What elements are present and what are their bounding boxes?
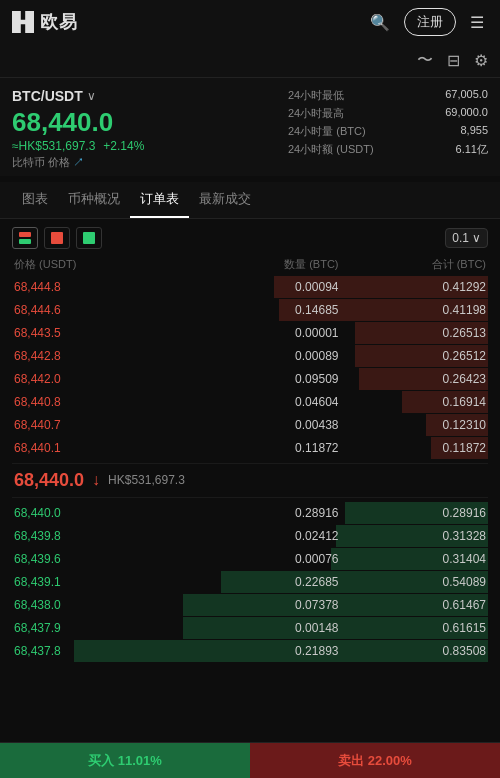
view-both-icon — [18, 231, 32, 245]
ask-row[interactable]: 68,440.1 0.11872 0.11872 — [12, 437, 488, 459]
sub-header: 〜 ⊟ ⚙ — [0, 44, 500, 78]
sell-label: 卖出 22.00% — [338, 752, 412, 770]
ask-total: 0.26423 — [339, 372, 487, 386]
view-icons — [12, 227, 102, 249]
ask-qty: 0.14685 — [191, 303, 339, 317]
ask-row[interactable]: 68,444.6 0.14685 0.41198 — [12, 299, 488, 321]
ask-qty: 0.09509 — [191, 372, 339, 386]
col-price-header: 价格 (USDT) — [14, 257, 191, 272]
mid-hk-price: HK$531,697.3 — [108, 473, 185, 487]
stat-vol-btc-label: 24小时量 (BTC) — [288, 124, 366, 139]
bid-price: 68,439.1 — [14, 575, 191, 589]
market-left: BTC/USDT ∨ 68,440.0 ≈HK$531,697.3 +2.14%… — [12, 88, 288, 170]
view-buy-button[interactable] — [76, 227, 102, 249]
bid-price: 68,440.0 — [14, 506, 191, 520]
bid-row[interactable]: 68,440.0 0.28916 0.28916 — [12, 502, 488, 524]
bid-price: 68,437.9 — [14, 621, 191, 635]
header-actions: 🔍 注册 ☰ — [366, 8, 488, 36]
stat-vol-usdt-label: 24小时额 (USDT) — [288, 142, 374, 157]
pair-row: BTC/USDT ∨ — [12, 88, 288, 104]
sell-button[interactable]: 卖出 22.00% — [250, 743, 500, 778]
bid-qty: 0.02412 — [191, 529, 339, 543]
register-button[interactable]: 注册 — [404, 8, 456, 36]
tab-orderbook[interactable]: 订单表 — [130, 182, 189, 218]
bid-row[interactable]: 68,438.0 0.07378 0.61467 — [12, 594, 488, 616]
bid-price: 68,438.0 — [14, 598, 191, 612]
settings-icon[interactable]: ⚙ — [474, 51, 488, 70]
logo-text: 欧易 — [40, 10, 78, 34]
card-icon[interactable]: ⊟ — [447, 51, 460, 70]
bid-row[interactable]: 68,439.6 0.00076 0.31404 — [12, 548, 488, 570]
svg-rect-3 — [83, 232, 95, 244]
bid-qty: 0.22685 — [191, 575, 339, 589]
view-both-button[interactable] — [12, 227, 38, 249]
bid-row[interactable]: 68,439.8 0.02412 0.31328 — [12, 525, 488, 547]
ask-price: 68,444.6 — [14, 303, 191, 317]
external-link-icon[interactable]: ↗ — [73, 156, 84, 168]
trading-pair: BTC/USDT — [12, 88, 83, 104]
stat-vol-btc-value: 8,955 — [460, 124, 488, 139]
bid-qty: 0.28916 — [191, 506, 339, 520]
ask-total: 0.26512 — [339, 349, 487, 363]
price-change: +2.14% — [103, 139, 144, 153]
stat-vol-btc: 24小时量 (BTC) 8,955 — [288, 124, 488, 139]
ask-qty: 0.00094 — [191, 280, 339, 294]
precision-selector[interactable]: 0.1 ∨ — [445, 228, 488, 248]
tab-bar: 图表 币种概况 订单表 最新成交 — [0, 182, 500, 219]
ask-price: 68,442.8 — [14, 349, 191, 363]
stat-vol-usdt-value: 6.11亿 — [456, 142, 488, 157]
precision-dropdown-icon: ∨ — [472, 231, 481, 245]
ask-row[interactable]: 68,442.8 0.00089 0.26512 — [12, 345, 488, 367]
stat-high: 24小时最高 69,000.0 — [288, 106, 488, 121]
stat-vol-usdt: 24小时额 (USDT) 6.11亿 — [288, 142, 488, 157]
bid-total: 0.54089 — [339, 575, 487, 589]
mid-price: 68,440.0 — [14, 470, 84, 491]
bid-row[interactable]: 68,437.9 0.00148 0.61615 — [12, 617, 488, 639]
bid-price: 68,439.8 — [14, 529, 191, 543]
tab-overview[interactable]: 币种概况 — [58, 182, 130, 218]
bid-total: 0.31328 — [339, 529, 487, 543]
svg-rect-2 — [51, 232, 63, 244]
stat-high-label: 24小时最高 — [288, 106, 344, 121]
view-sell-button[interactable] — [44, 227, 70, 249]
col-total-header: 合计 (BTC) — [339, 257, 487, 272]
ask-row[interactable]: 68,440.8 0.04604 0.16914 — [12, 391, 488, 413]
ask-orders: 68,444.8 0.00094 0.41292 68,444.6 0.1468… — [12, 276, 488, 459]
chart-activity-icon[interactable]: 〜 — [417, 50, 433, 71]
bid-row[interactable]: 68,439.1 0.22685 0.54089 — [12, 571, 488, 593]
view-sell-icon — [50, 231, 64, 245]
ask-qty: 0.04604 — [191, 395, 339, 409]
tab-chart[interactable]: 图表 — [12, 182, 58, 218]
ask-qty: 0.00089 — [191, 349, 339, 363]
pair-dropdown-icon[interactable]: ∨ — [87, 89, 96, 103]
menu-icon: ☰ — [470, 13, 484, 32]
bid-qty: 0.21893 — [191, 644, 339, 658]
ask-price: 68,440.8 — [14, 395, 191, 409]
ask-row[interactable]: 68,443.5 0.00001 0.26513 — [12, 322, 488, 344]
ask-row[interactable]: 68,440.7 0.00438 0.12310 — [12, 414, 488, 436]
ask-total: 0.26513 — [339, 326, 487, 340]
bid-qty: 0.00148 — [191, 621, 339, 635]
stat-low: 24小时最低 67,005.0 — [288, 88, 488, 103]
bid-total: 0.61467 — [339, 598, 487, 612]
tab-trades[interactable]: 最新成交 — [189, 182, 261, 218]
search-button[interactable]: 🔍 — [366, 9, 394, 36]
stat-low-label: 24小时最低 — [288, 88, 344, 103]
ask-price: 68,444.8 — [14, 280, 191, 294]
buy-button[interactable]: 买入 11.01% — [0, 743, 250, 778]
buy-label: 买入 11.01% — [88, 752, 162, 770]
ask-price: 68,442.0 — [14, 372, 191, 386]
bid-row[interactable]: 68,437.8 0.21893 0.83508 — [12, 640, 488, 662]
ask-total: 0.41198 — [339, 303, 487, 317]
precision-value: 0.1 — [452, 231, 469, 245]
ask-row[interactable]: 68,444.8 0.00094 0.41292 — [12, 276, 488, 298]
search-icon: 🔍 — [370, 13, 390, 32]
ask-row[interactable]: 68,442.0 0.09509 0.26423 — [12, 368, 488, 390]
ask-price: 68,440.1 — [14, 441, 191, 455]
ask-qty: 0.11872 — [191, 441, 339, 455]
market-info: BTC/USDT ∨ 68,440.0 ≈HK$531,697.3 +2.14%… — [0, 78, 500, 176]
orderbook-section: 0.1 ∨ 价格 (USDT) 数量 (BTC) 合计 (BTC) 68,444… — [0, 219, 500, 671]
stat-low-value: 67,005.0 — [445, 88, 488, 103]
menu-button[interactable]: ☰ — [466, 9, 488, 36]
mid-price-row: 68,440.0 ↓ HK$531,697.3 — [12, 463, 488, 498]
